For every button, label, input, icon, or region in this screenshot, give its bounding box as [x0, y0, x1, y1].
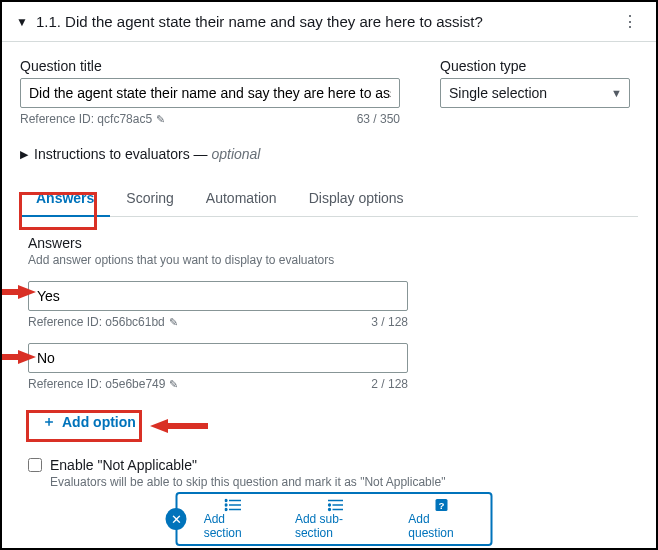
- svg-point-9: [329, 504, 331, 506]
- tabs-bar: Answers Scoring Automation Display optio…: [20, 180, 638, 217]
- add-option-button[interactable]: ＋ Add option: [28, 407, 150, 437]
- edit-ref-icon[interactable]: ✎: [156, 113, 165, 125]
- answer-ref-id: Reference ID: o5e6be749✎: [28, 377, 178, 391]
- enable-na-checkbox[interactable]: [28, 458, 42, 472]
- sublist-icon: [327, 498, 345, 512]
- question-header-title: 1.1. Did the agent state their name and …: [36, 13, 618, 30]
- question-ref-id: Reference ID: qcfc78ac5✎: [20, 112, 165, 126]
- close-add-bar-button[interactable]: ✕: [166, 508, 187, 530]
- answers-heading: Answers: [28, 235, 638, 251]
- question-title-label: Question title: [20, 58, 400, 74]
- answer-option-row: Reference ID: o56bc61bd✎ 3 / 128: [28, 281, 638, 329]
- more-menu-icon[interactable]: ⋮: [618, 12, 642, 31]
- enable-na-label: Enable "Not Applicable": [50, 457, 197, 473]
- add-section-button[interactable]: Add section: [188, 494, 279, 544]
- answer-option-row: Reference ID: o5e6be749✎ 2 / 128: [28, 343, 638, 391]
- plus-icon: ＋: [42, 413, 56, 431]
- question-icon: ?: [432, 498, 450, 512]
- add-sub-section-button[interactable]: Add sub-section: [279, 494, 392, 544]
- question-title-counter: 63 / 350: [357, 112, 400, 126]
- svg-point-5: [225, 509, 227, 511]
- answer-counter: 2 / 128: [371, 377, 408, 391]
- instructions-label: Instructions to evaluators — optional: [34, 146, 260, 162]
- tab-display-options[interactable]: Display options: [293, 180, 420, 216]
- edit-ref-icon[interactable]: ✎: [169, 316, 178, 328]
- answer-counter: 3 / 128: [371, 315, 408, 329]
- edit-ref-icon[interactable]: ✎: [169, 378, 178, 390]
- question-type-select[interactable]: Single selection: [440, 78, 630, 108]
- tab-scoring[interactable]: Scoring: [110, 180, 189, 216]
- add-question-button[interactable]: ? Add question: [392, 494, 490, 544]
- answer-option-input[interactable]: [28, 343, 408, 373]
- enable-na-sub: Evaluators will be able to skip this que…: [50, 475, 638, 489]
- tab-automation[interactable]: Automation: [190, 180, 293, 216]
- add-question-label: Add question: [408, 512, 474, 540]
- add-option-label: Add option: [62, 414, 136, 430]
- add-section-label: Add section: [204, 512, 263, 540]
- svg-point-4: [225, 504, 227, 506]
- tab-answers[interactable]: Answers: [20, 180, 110, 216]
- instructions-toggle[interactable]: ▶ Instructions to evaluators — optional: [20, 146, 638, 162]
- collapse-caret-icon[interactable]: ▼: [16, 15, 28, 29]
- svg-point-3: [225, 500, 227, 502]
- question-header[interactable]: ▼ 1.1. Did the agent state their name an…: [2, 2, 656, 42]
- add-bar: ✕ Add section Add sub-section ? Add ques…: [166, 492, 493, 546]
- expand-caret-icon: ▶: [20, 148, 28, 161]
- answer-ref-id: Reference ID: o56bc61bd✎: [28, 315, 178, 329]
- svg-text:?: ?: [438, 500, 444, 511]
- list-icon: [224, 498, 242, 512]
- answer-option-input[interactable]: [28, 281, 408, 311]
- answers-subheading: Add answer options that you want to disp…: [28, 253, 638, 267]
- question-type-label: Question type: [440, 58, 630, 74]
- add-sub-section-label: Add sub-section: [295, 512, 376, 540]
- question-title-input[interactable]: [20, 78, 400, 108]
- svg-point-10: [329, 509, 331, 511]
